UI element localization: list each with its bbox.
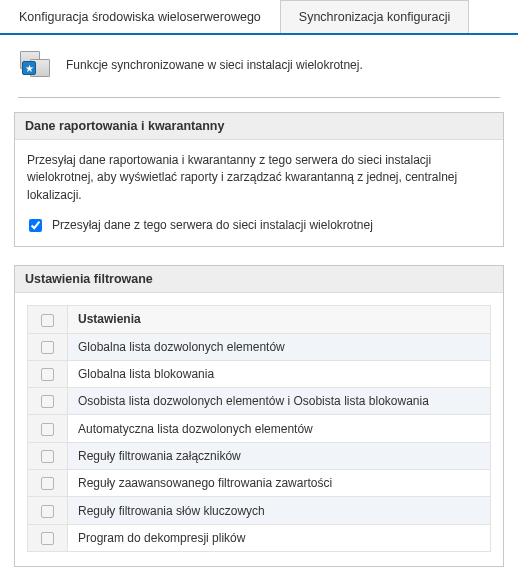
row-checkbox-cell[interactable]: [28, 524, 68, 551]
row-checkbox-cell[interactable]: [28, 470, 68, 497]
row-checkbox-cell[interactable]: [28, 388, 68, 415]
table-row: Automatyczna lista dozwolonych elementów: [28, 415, 491, 442]
send-data-label[interactable]: Przesyłaj dane z tego serwera do sieci i…: [52, 218, 373, 232]
row-label: Reguły filtrowania słów kluczowych: [68, 497, 491, 524]
table-row: Osobista lista dozwolonych elementów i O…: [28, 388, 491, 415]
row-checkbox[interactable]: [41, 423, 54, 436]
select-all-cell[interactable]: [28, 306, 68, 333]
panel-filtered-settings: Ustawienia filtrowane Ustawienia Globaln…: [14, 265, 504, 567]
row-checkbox-cell[interactable]: [28, 415, 68, 442]
send-data-row: Przesyłaj dane z tego serwera do sieci i…: [27, 218, 491, 232]
column-header-settings: Ustawienia: [68, 306, 491, 333]
row-checkbox[interactable]: [41, 341, 54, 354]
row-checkbox[interactable]: [41, 395, 54, 408]
settings-table: Ustawienia Globalna lista dozwolonych el…: [27, 305, 491, 552]
tab-bar: Konfiguracja środowiska wieloserwerowego…: [0, 0, 518, 35]
row-checkbox[interactable]: [41, 505, 54, 518]
row-checkbox-cell[interactable]: [28, 333, 68, 360]
table-row: Reguły filtrowania słów kluczowych: [28, 497, 491, 524]
row-label: Program do dekompresji plików: [68, 524, 491, 551]
row-label: Reguły filtrowania załączników: [68, 442, 491, 469]
row-checkbox-cell[interactable]: [28, 360, 68, 387]
tab-label: Konfiguracja środowiska wieloserwerowego: [19, 10, 261, 24]
row-label: Reguły zaawansowanego filtrowania zawart…: [68, 470, 491, 497]
select-all-checkbox[interactable]: [41, 314, 54, 327]
table-row: Program do dekompresji plików: [28, 524, 491, 551]
tab-sync-config[interactable]: Synchronizacja konfiguracji: [280, 0, 469, 33]
row-checkbox[interactable]: [41, 450, 54, 463]
row-label: Osobista lista dozwolonych elementów i O…: [68, 388, 491, 415]
row-checkbox-cell[interactable]: [28, 497, 68, 524]
row-checkbox-cell[interactable]: [28, 442, 68, 469]
tab-multiserver-config[interactable]: Konfiguracja środowiska wieloserwerowego: [0, 0, 280, 33]
row-checkbox[interactable]: [41, 477, 54, 490]
table-row: Reguły zaawansowanego filtrowania zawart…: [28, 470, 491, 497]
intro-row: ★ Funkcje synchronizowane w sieci instal…: [0, 35, 518, 93]
row-checkbox[interactable]: [41, 368, 54, 381]
row-label: Automatyczna lista dozwolonych elementów: [68, 415, 491, 442]
tab-label: Synchronizacja konfiguracji: [299, 10, 450, 24]
table-row: Globalna lista blokowania: [28, 360, 491, 387]
divider: [18, 97, 500, 98]
panel-title: Dane raportowania i kwarantanny: [15, 113, 503, 140]
panel-title: Ustawienia filtrowane: [15, 266, 503, 293]
row-label: Globalna lista dozwolonych elementów: [68, 333, 491, 360]
panel-description: Przesyłaj dane raportowania i kwarantann…: [27, 152, 491, 204]
row-label: Globalna lista blokowania: [68, 360, 491, 387]
panel-reporting-quarantine: Dane raportowania i kwarantanny Przesyła…: [14, 112, 504, 247]
intro-text: Funkcje synchronizowane w sieci instalac…: [66, 58, 363, 72]
table-row: Reguły filtrowania załączników: [28, 442, 491, 469]
send-data-checkbox[interactable]: [29, 219, 42, 232]
sync-servers-icon: ★: [20, 51, 52, 79]
table-row: Globalna lista dozwolonych elementów: [28, 333, 491, 360]
row-checkbox[interactable]: [41, 532, 54, 545]
